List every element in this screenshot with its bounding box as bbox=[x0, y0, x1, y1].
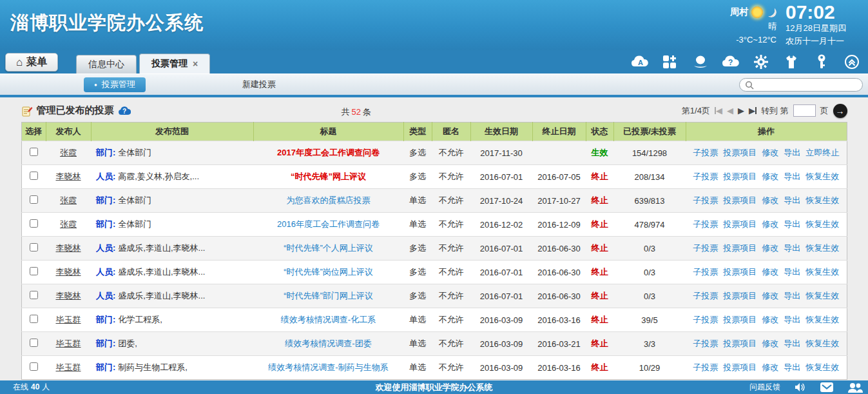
menu-button[interactable]: ⌂ 菜单 bbox=[5, 53, 58, 72]
operation-link[interactable]: 导出 bbox=[784, 243, 800, 253]
row-checkbox[interactable] bbox=[30, 267, 38, 275]
operation-link[interactable]: 导出 bbox=[784, 339, 800, 348]
operation-link[interactable]: 子投票 bbox=[693, 148, 718, 157]
cloud-font-icon[interactable]: A bbox=[630, 54, 650, 70]
operation-link[interactable]: 修改 bbox=[762, 219, 778, 229]
operation-link[interactable]: 投票项目 bbox=[723, 172, 757, 181]
operation-link[interactable]: 导出 bbox=[784, 195, 800, 205]
vote-title-link[interactable]: 绩效考核情况调查-制药与生物系 bbox=[268, 362, 388, 372]
vote-title-link[interactable]: 2017年度工会工作调查问卷 bbox=[277, 148, 380, 157]
operation-link[interactable]: 子投票 bbox=[693, 172, 718, 181]
tab-info-center[interactable]: 信息中心 bbox=[76, 55, 137, 74]
publisher-link[interactable]: 张霞 bbox=[60, 148, 77, 157]
row-checkbox[interactable] bbox=[30, 195, 38, 204]
publisher-link[interactable]: 张霞 bbox=[60, 195, 77, 205]
operation-link[interactable]: 修改 bbox=[762, 267, 778, 277]
speaker-icon[interactable] bbox=[795, 382, 806, 392]
operation-link[interactable]: 修改 bbox=[762, 339, 778, 348]
operation-link[interactable]: 恢复生效 bbox=[805, 339, 839, 348]
prev-page-button[interactable]: ◀ bbox=[727, 106, 733, 115]
last-page-button[interactable]: ▶ bbox=[749, 106, 757, 115]
row-checkbox[interactable] bbox=[30, 172, 38, 180]
publisher-link[interactable]: 李晓林 bbox=[56, 291, 81, 300]
feedback-link[interactable]: 问题反馈 bbox=[749, 382, 780, 393]
publisher-link[interactable]: 李晓林 bbox=[56, 243, 81, 253]
operation-link[interactable]: 投票项目 bbox=[723, 219, 757, 229]
vote-title-link[interactable]: 绩效考核情况调查-团委 bbox=[285, 339, 371, 348]
operation-link[interactable]: 投票项目 bbox=[723, 291, 757, 300]
row-checkbox[interactable] bbox=[30, 339, 38, 347]
collapse-icon[interactable] bbox=[842, 54, 862, 70]
operation-link[interactable]: 恢复生效 bbox=[805, 243, 839, 253]
vote-title-link[interactable]: 绩效考核情况调查-化工系 bbox=[281, 315, 376, 324]
operation-link[interactable]: 恢复生效 bbox=[805, 195, 839, 205]
operation-link[interactable]: 恢复生效 bbox=[805, 315, 839, 324]
operation-link[interactable]: 投票项目 bbox=[723, 148, 757, 157]
operation-link[interactable]: 子投票 bbox=[693, 219, 718, 229]
operation-link[interactable]: 恢复生效 bbox=[805, 172, 839, 181]
people-icon[interactable] bbox=[847, 382, 863, 393]
row-checkbox[interactable] bbox=[30, 315, 38, 323]
go-button[interactable]: → bbox=[833, 104, 847, 118]
vote-title-link[interactable]: “时代先锋”个人网上评议 bbox=[284, 243, 373, 253]
operation-link[interactable]: 子投票 bbox=[693, 339, 718, 348]
next-page-button[interactable]: ▶ bbox=[738, 106, 744, 115]
goto-page-input[interactable] bbox=[793, 104, 816, 117]
operation-link[interactable]: 导出 bbox=[784, 219, 800, 229]
operation-link[interactable]: 修改 bbox=[762, 291, 778, 300]
tab-vote-management[interactable]: 投票管理 × bbox=[139, 54, 210, 74]
subnav-item-vote-management[interactable]: ● 投票管理 bbox=[84, 77, 146, 92]
operation-link[interactable]: 子投票 bbox=[693, 267, 718, 277]
publisher-link[interactable]: 毕玉群 bbox=[56, 362, 81, 372]
row-checkbox[interactable] bbox=[30, 362, 38, 371]
operation-link[interactable]: 修改 bbox=[762, 243, 778, 253]
close-icon[interactable]: × bbox=[193, 59, 198, 68]
row-checkbox[interactable] bbox=[30, 243, 38, 251]
vote-title-link[interactable]: 为您喜欢的蛋糕店投票 bbox=[287, 195, 371, 205]
subnav-item-new-vote[interactable]: 新建投票 bbox=[242, 79, 276, 90]
row-checkbox[interactable] bbox=[30, 219, 38, 228]
operation-link[interactable]: 导出 bbox=[784, 172, 800, 181]
row-checkbox[interactable] bbox=[30, 148, 38, 156]
search-input[interactable] bbox=[754, 81, 857, 90]
operation-link[interactable]: 导出 bbox=[784, 267, 800, 277]
operation-link[interactable]: 修改 bbox=[762, 148, 778, 157]
operation-link[interactable]: 恢复生效 bbox=[805, 219, 839, 229]
first-page-button[interactable]: ◀ bbox=[715, 106, 722, 115]
operation-link[interactable]: 投票项目 bbox=[723, 267, 757, 277]
operation-link[interactable]: 修改 bbox=[762, 172, 778, 181]
publisher-link[interactable]: 李晓林 bbox=[56, 172, 81, 181]
help-cloud-icon[interactable]: ? bbox=[118, 106, 131, 116]
operation-link[interactable]: 恢复生效 bbox=[805, 291, 839, 300]
operation-link[interactable]: 投票项目 bbox=[723, 243, 757, 253]
theme-shirt-icon[interactable] bbox=[782, 54, 801, 70]
publisher-link[interactable]: 毕玉群 bbox=[56, 339, 81, 348]
user-icon[interactable] bbox=[691, 54, 710, 70]
operation-link[interactable]: 导出 bbox=[784, 148, 800, 157]
vote-title-link[interactable]: “时代先锋”网上评议 bbox=[291, 172, 366, 181]
publisher-link[interactable]: 张霞 bbox=[60, 219, 77, 229]
publisher-link[interactable]: 毕玉群 bbox=[56, 315, 81, 324]
operation-link[interactable]: 子投票 bbox=[693, 195, 718, 205]
operation-link[interactable]: 子投票 bbox=[693, 243, 718, 253]
add-widget-icon[interactable] bbox=[661, 54, 680, 70]
cloud-help-icon[interactable]: ? bbox=[721, 54, 740, 70]
operation-link[interactable]: 恢复生效 bbox=[805, 267, 839, 277]
publisher-link[interactable]: 李晓林 bbox=[56, 267, 81, 277]
operation-link[interactable]: 投票项目 bbox=[723, 315, 757, 324]
settings-gear-icon[interactable] bbox=[751, 54, 771, 70]
operation-link[interactable]: 导出 bbox=[784, 362, 800, 372]
operation-link[interactable]: 修改 bbox=[762, 315, 778, 324]
operation-link[interactable]: 投票项目 bbox=[723, 195, 757, 205]
operation-link[interactable]: 修改 bbox=[762, 362, 778, 372]
operation-link[interactable]: 立即终止 bbox=[805, 148, 839, 157]
operation-link[interactable]: 投票项目 bbox=[723, 339, 757, 348]
row-checkbox[interactable] bbox=[30, 291, 38, 299]
operation-link[interactable]: 恢复生效 bbox=[805, 362, 839, 372]
mail-icon[interactable] bbox=[820, 382, 833, 392]
operation-link[interactable]: 导出 bbox=[784, 315, 800, 324]
operation-link[interactable]: 子投票 bbox=[693, 315, 718, 324]
operation-link[interactable]: 导出 bbox=[784, 291, 800, 300]
vote-title-link[interactable]: “时代先锋”岗位网上评议 bbox=[284, 267, 373, 277]
key-icon[interactable] bbox=[812, 54, 831, 70]
